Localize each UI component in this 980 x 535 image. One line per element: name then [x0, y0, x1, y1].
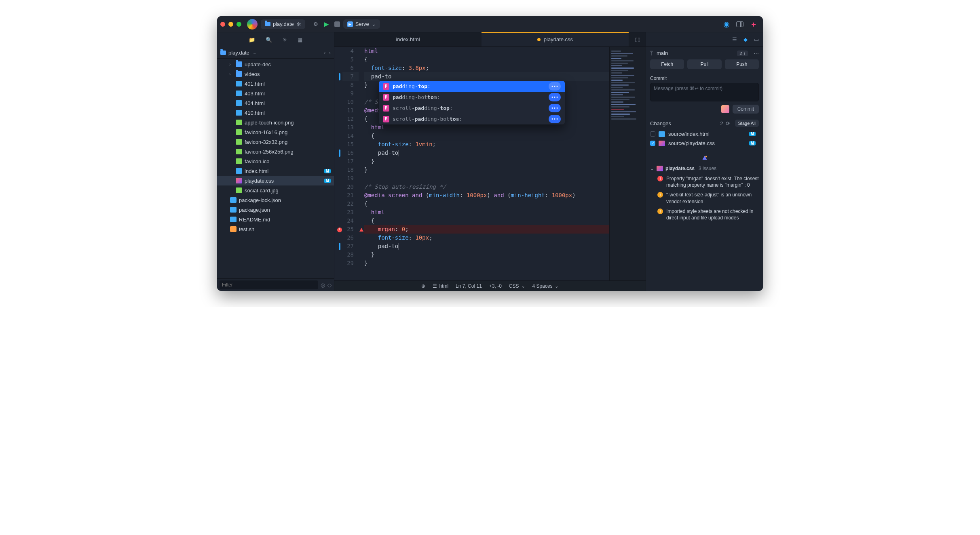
file-row[interactable]: index.htmlM: [217, 166, 334, 176]
project-settings-icon[interactable]: ✻: [296, 21, 301, 27]
folder-file-icon: [236, 61, 242, 67]
files-view-icon[interactable]: 📁: [249, 37, 255, 43]
issue-row[interactable]: ! Property "mrgan" doesn't exist. The cl…: [646, 174, 763, 190]
status-outline-icon[interactable]: ☰ html: [433, 283, 448, 289]
file-row[interactable]: favicon-32x32.png: [217, 137, 334, 147]
change-row[interactable]: source/index.html M: [646, 129, 763, 139]
grid-icon[interactable]: ▦: [298, 37, 302, 43]
push-button[interactable]: Push: [725, 59, 759, 69]
editor-tab[interactable]: playdate.css: [482, 32, 629, 46]
minimize-window-button[interactable]: [228, 22, 233, 27]
autocomplete-item[interactable]: P padding-bottom: •••: [379, 92, 565, 103]
nav-forward-icon[interactable]: ›: [329, 50, 331, 56]
issue-row[interactable]: ! Imported style sheets are not checked …: [646, 206, 763, 223]
new-tab-button[interactable]: ＋: [750, 19, 757, 29]
stop-button[interactable]: [334, 21, 340, 27]
issues-file-header[interactable]: ⌄ playdate.css 3 issues: [646, 163, 763, 174]
property-badge-icon: P: [383, 116, 389, 122]
autocomplete-item[interactable]: P padding-top: •••: [379, 81, 565, 92]
code-editor[interactable]: 4html5{6 font-size: 3.8px;7 pad-to8}910/…: [337, 47, 609, 280]
png-file-icon: [236, 129, 242, 135]
status-indent[interactable]: 4 Spaces ⌄: [532, 283, 559, 289]
file-row[interactable]: favicon-256x256.png: [217, 147, 334, 156]
status-link-icon[interactable]: ⊕: [421, 283, 425, 289]
split-editor-icon[interactable]: ▯▯: [629, 32, 646, 46]
issue-text: "-webkit-text-size-adjust" is an unknown…: [666, 192, 759, 204]
file-name: package.json: [239, 207, 270, 213]
filter-target-icon[interactable]: ◎: [321, 282, 325, 288]
search-icon[interactable]: 🔍: [266, 37, 272, 43]
layout-split-icon[interactable]: [736, 21, 743, 27]
symbols-icon[interactable]: ✳: [283, 37, 287, 43]
autocomplete-item[interactable]: P scroll-padding-top: •••: [379, 103, 565, 114]
commit-message-input[interactable]: Message (press ⌘↩ to commit): [650, 83, 759, 101]
refresh-icon[interactable]: ⟳: [726, 120, 730, 126]
issues-indicator-icon[interactable]: [702, 155, 708, 161]
panel-tool-icon[interactable]: ▭: [754, 36, 759, 42]
file-row[interactable]: 403.html: [217, 88, 334, 98]
file-name: 410.html: [245, 110, 265, 116]
file-name: 403.html: [245, 91, 265, 97]
status-cursor[interactable]: Ln 7, Col 11: [456, 283, 482, 289]
file-row[interactable]: 410.html: [217, 108, 334, 118]
ico-file-icon: [236, 158, 242, 164]
file-row[interactable]: apple-touch-icon.png: [217, 118, 334, 127]
outline-tool-icon[interactable]: ☰: [732, 36, 737, 42]
file-name: favicon-256x256.png: [245, 149, 294, 155]
completion-text: scroll-padding-bottom:: [393, 115, 545, 123]
completion-chip: •••: [549, 104, 561, 112]
folder-row[interactable]: ›update-dec: [217, 59, 334, 69]
scm-tool-icon[interactable]: ◆: [743, 36, 748, 42]
file-row[interactable]: package.json: [217, 205, 334, 215]
minimap[interactable]: [609, 47, 646, 280]
close-window-button[interactable]: [220, 22, 225, 27]
change-row[interactable]: ✓ source/playdate.css M: [646, 139, 763, 148]
commit-button[interactable]: Commit: [733, 105, 759, 114]
warning-icon: !: [657, 209, 663, 214]
file-row[interactable]: playdate.cssM: [217, 176, 334, 185]
fetch-button[interactable]: Fetch: [650, 59, 684, 69]
property-badge-icon: P: [383, 105, 389, 112]
run-button[interactable]: ▶: [324, 20, 329, 28]
modified-badge: M: [749, 132, 756, 136]
file-row[interactable]: 401.html: [217, 79, 334, 88]
property-badge-icon: P: [383, 83, 389, 90]
png-file-icon: [236, 120, 242, 125]
nav-back-icon[interactable]: ‹: [324, 50, 325, 56]
modified-badge: M: [324, 179, 331, 183]
stage-checkbox[interactable]: [650, 131, 655, 137]
file-row[interactable]: social-card.jpg: [217, 185, 334, 195]
avatar[interactable]: [721, 105, 729, 113]
png-file-icon: [236, 139, 242, 145]
task-selector[interactable]: ▶ Serve ⌄: [343, 19, 380, 29]
pull-button[interactable]: Pull: [687, 59, 721, 69]
file-name: videos: [245, 71, 260, 77]
file-row[interactable]: favicon-16x16.png: [217, 127, 334, 137]
file-row[interactable]: package-lock.json: [217, 195, 334, 205]
status-syntax[interactable]: CSS ⌄: [509, 283, 525, 289]
completion-chip: •••: [549, 115, 561, 123]
file-row[interactable]: 404.html: [217, 98, 334, 108]
issue-row[interactable]: ! "-webkit-text-size-adjust" is an unkno…: [646, 190, 763, 206]
project-tab[interactable]: play.date ✻: [261, 19, 305, 29]
preview-icon[interactable]: ◉: [723, 20, 730, 29]
file-row[interactable]: test.sh: [217, 224, 334, 234]
file-row[interactable]: README.md: [217, 215, 334, 224]
file-row[interactable]: favicon.ico: [217, 156, 334, 166]
filter-scope-icon[interactable]: ◇: [327, 282, 332, 288]
editor-tab[interactable]: index.html: [334, 32, 482, 46]
autocomplete-item[interactable]: P scroll-padding-bottom: •••: [379, 114, 565, 124]
maximize-window-button[interactable]: [237, 22, 241, 27]
app-window: play.date ✻ ⚙︎ ▶ ▶ Serve ⌄ ◉ ＋ 📁 🔍 ✳ ▦: [217, 16, 763, 291]
folder-row[interactable]: ›videos: [217, 69, 334, 79]
stage-all-button[interactable]: Stage All: [735, 120, 759, 127]
build-icon[interactable]: ⚙︎: [313, 21, 318, 27]
sidebar-path[interactable]: play.date ⌄ ‹ ›: [217, 47, 334, 59]
file-tree[interactable]: ›update-dec›videos401.html403.html404.ht…: [217, 59, 334, 278]
branch-row[interactable]: ᛘ main 2 ↑ ⋯: [646, 47, 763, 59]
stage-checkbox[interactable]: ✓: [650, 141, 655, 146]
autocomplete-popup[interactable]: P padding-top: •••P padding-bottom: •••P…: [379, 81, 565, 124]
branch-menu-icon[interactable]: ⋯: [754, 50, 759, 56]
filter-input[interactable]: [220, 280, 318, 289]
branch-name: main: [657, 50, 668, 56]
